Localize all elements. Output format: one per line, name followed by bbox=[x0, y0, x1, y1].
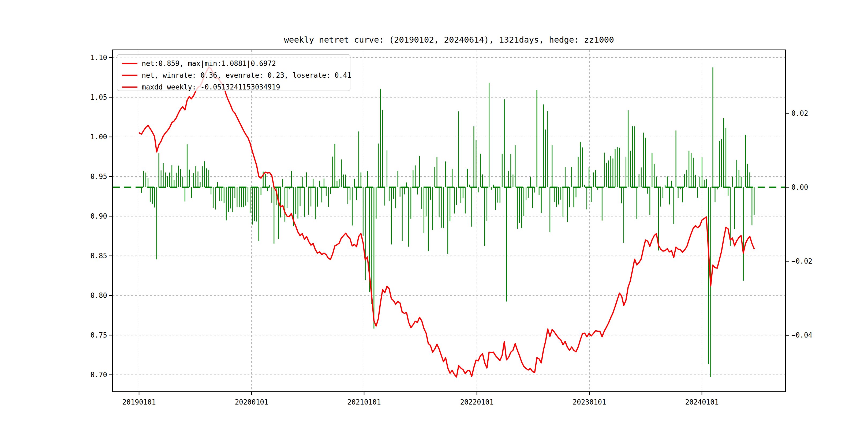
right-axis-tick-label: −0.02 bbox=[792, 257, 812, 265]
figure-canvas: 1.101.051.000.950.900.850.800.750.700.02… bbox=[0, 0, 868, 434]
x-axis-tick-label: 20230101 bbox=[572, 398, 606, 406]
left-axis-tick-label: 0.80 bbox=[90, 291, 107, 300]
legend-entry-label: maxdd_weekly: -0.0513241153034919 bbox=[142, 83, 280, 91]
legend: net:0.859, max|min:1.0881|0.6972net, win… bbox=[117, 54, 351, 91]
right-axis-tick-label: −0.04 bbox=[792, 331, 812, 339]
x-axis-tick-label: 20200101 bbox=[235, 398, 268, 406]
x-axis-tick-label: 20240101 bbox=[685, 398, 718, 406]
legend-entry-label: net:0.859, max|min:1.0881|0.6972 bbox=[142, 60, 276, 68]
right-axis-tick-label: 0.00 bbox=[792, 183, 808, 191]
left-axis-tick-label: 1.05 bbox=[90, 93, 107, 101]
left-axis-tick-label: 0.90 bbox=[90, 212, 107, 220]
left-axis-tick-label: 0.85 bbox=[90, 252, 107, 260]
x-axis-tick-label: 20190101 bbox=[122, 398, 156, 406]
chart-title: weekly netret curve: (20190102, 20240614… bbox=[113, 35, 785, 44]
left-axis-tick-label: 1.00 bbox=[90, 133, 107, 141]
left-axis-tick-label: 0.70 bbox=[90, 371, 107, 379]
left-axis-tick-label: 0.75 bbox=[90, 331, 107, 339]
x-axis-tick-label: 20210101 bbox=[347, 398, 381, 406]
x-axis-tick-label: 20220101 bbox=[460, 398, 494, 406]
left-axis-tick-label: 0.95 bbox=[90, 173, 107, 181]
netret-chart: 1.101.051.000.950.900.850.800.750.700.02… bbox=[0, 0, 868, 434]
right-axis-tick-label: 0.02 bbox=[792, 109, 808, 117]
left-axis-tick-label: 1.10 bbox=[90, 54, 107, 62]
legend-entry-label: net, winrate: 0.36, evenrate: 0.23, lose… bbox=[142, 71, 351, 79]
